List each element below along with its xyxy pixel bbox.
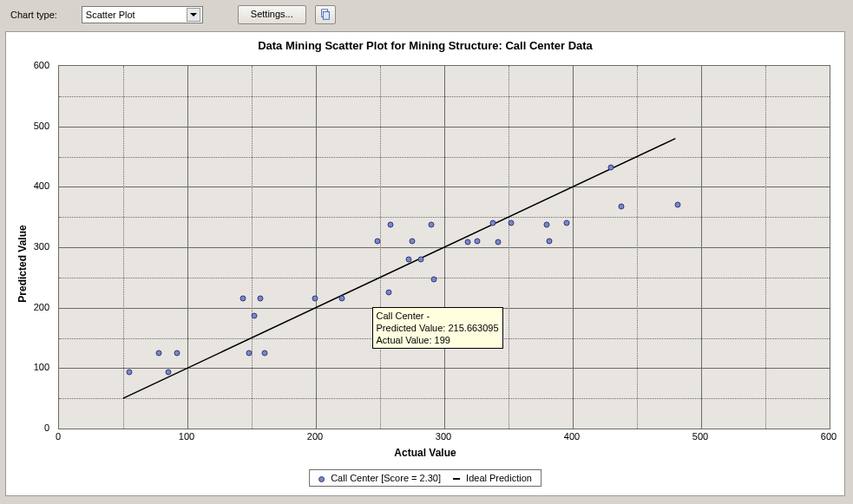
chart-type-label: Chart type: xyxy=(10,10,57,20)
scatter-point[interactable] xyxy=(165,369,171,375)
scatter-point[interactable] xyxy=(375,239,381,245)
scatter-point[interactable] xyxy=(547,239,553,245)
x-tick-label: 500 xyxy=(692,431,708,442)
scatter-point[interactable] xyxy=(338,296,344,302)
x-tick-label: 400 xyxy=(564,431,580,442)
settings-button[interactable]: Settings... xyxy=(238,5,306,24)
chart-title: Data Mining Scatter Plot for Mining Stru… xyxy=(6,32,844,56)
chevron-down-icon xyxy=(187,8,200,22)
scatter-point[interactable] xyxy=(239,296,246,302)
scatter-point[interactable] xyxy=(386,290,392,296)
scatter-point[interactable] xyxy=(619,203,625,209)
scatter-point[interactable] xyxy=(418,256,424,262)
legend-label-ideal: Ideal Prediction xyxy=(466,473,532,483)
scatter-point[interactable] xyxy=(312,295,318,301)
scatter-point[interactable] xyxy=(174,350,180,356)
y-ticks: 0100200300400500600 xyxy=(6,65,55,429)
legend-label-series: Call Center [Score = 2.30] xyxy=(331,473,441,483)
ideal-line xyxy=(59,66,830,429)
copy-button[interactable] xyxy=(315,5,336,24)
y-tick-label: 300 xyxy=(15,241,49,252)
y-tick-label: 200 xyxy=(15,302,49,312)
scatter-point[interactable] xyxy=(127,369,133,375)
chart-type-value: Scatter Plot xyxy=(86,10,135,20)
scatter-point[interactable] xyxy=(608,165,614,171)
scatter-point[interactable] xyxy=(387,221,393,227)
legend-item-series: Call Center [Score = 2.30] xyxy=(318,473,441,483)
copy-icon xyxy=(319,9,331,21)
y-tick-label: 600 xyxy=(15,60,49,70)
scatter-point[interactable] xyxy=(495,239,502,245)
scatter-point[interactable] xyxy=(431,276,437,282)
chart-tooltip: Call Center - Predicted Value: 215.66309… xyxy=(372,307,503,349)
plot-area: Call Center - Predicted Value: 215.66309… xyxy=(58,65,830,429)
y-tick-label: 0 xyxy=(15,422,49,433)
x-tick-label: 100 xyxy=(179,431,194,442)
scatter-point[interactable] xyxy=(405,256,411,262)
y-tick-label: 500 xyxy=(15,121,49,131)
y-tick-label: 100 xyxy=(15,362,49,372)
scatter-point[interactable] xyxy=(508,220,514,226)
scatter-point[interactable] xyxy=(563,220,569,226)
x-tick-label: 300 xyxy=(436,431,451,442)
scatter-point[interactable] xyxy=(246,350,253,356)
scatter-point[interactable] xyxy=(429,221,435,227)
scatter-point[interactable] xyxy=(156,350,162,356)
scatter-point[interactable] xyxy=(251,312,257,318)
scatter-point[interactable] xyxy=(544,221,550,227)
scatter-point[interactable] xyxy=(490,220,496,226)
line-marker-icon xyxy=(453,478,460,480)
x-tick-label: 600 xyxy=(821,431,837,442)
chart-frame: Data Mining Scatter Plot for Mining Stru… xyxy=(5,31,845,496)
y-tick-label: 400 xyxy=(15,180,49,191)
x-ticks: 0100200300400500600 xyxy=(58,431,830,447)
legend-item-ideal: Ideal Prediction xyxy=(453,473,532,483)
scatter-point[interactable] xyxy=(475,239,481,245)
scatter-point[interactable] xyxy=(261,350,267,356)
scatter-point[interactable] xyxy=(464,239,470,245)
svg-rect-1 xyxy=(323,12,329,20)
chart-type-select[interactable]: Scatter Plot xyxy=(82,6,203,23)
scatter-point[interactable] xyxy=(675,202,681,208)
svg-line-2 xyxy=(123,139,675,399)
scatter-point[interactable] xyxy=(258,296,264,302)
toolbar: Chart type: Scatter Plot Settings... xyxy=(0,0,853,31)
legend: Call Center [Score = 2.30] Ideal Predict… xyxy=(309,469,541,487)
x-tick-label: 200 xyxy=(307,431,323,442)
x-axis-label: Actual Value xyxy=(394,447,456,459)
x-tick-label: 0 xyxy=(56,431,61,442)
dot-marker-icon xyxy=(318,476,325,482)
scatter-point[interactable] xyxy=(410,239,416,245)
